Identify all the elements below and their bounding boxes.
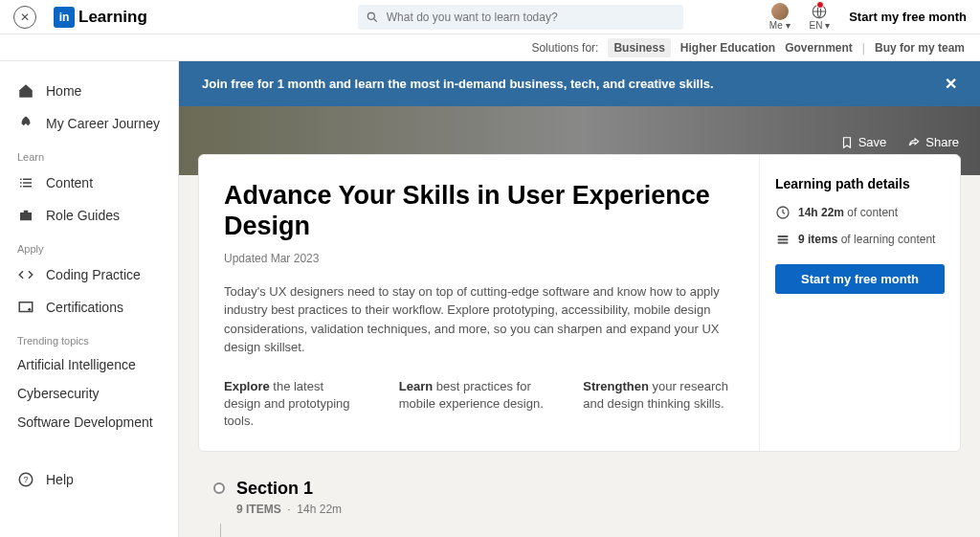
- solutions-business[interactable]: Business: [608, 38, 670, 57]
- sidebar-item-career[interactable]: My Career Journey: [0, 107, 178, 140]
- highlight-3: Strengthen your research and design thin…: [583, 378, 734, 431]
- duration-row: 14h 22m of content: [775, 205, 945, 220]
- sidebar-item-content[interactable]: Content: [0, 167, 178, 199]
- language-dropdown[interactable]: EN ▾: [810, 3, 831, 31]
- svg-rect-8: [778, 235, 789, 237]
- save-button[interactable]: Save: [840, 135, 887, 149]
- help-icon: ?: [17, 471, 34, 488]
- solutions-label: Solutions for:: [531, 41, 598, 55]
- sidebar-item-certifications[interactable]: Certifications: [0, 291, 178, 324]
- briefcase-icon: [17, 207, 34, 224]
- certificate-icon: [17, 299, 34, 316]
- page-title: Advance Your Skills in User Experience D…: [224, 180, 734, 242]
- list-icon: [17, 174, 34, 191]
- bookmark-icon: [840, 136, 854, 149]
- trending-cyber[interactable]: Cybersecurity: [0, 379, 178, 408]
- items-row: 9 items of learning content: [775, 232, 945, 247]
- code-icon: [17, 266, 34, 283]
- search-input-wrap[interactable]: [358, 5, 683, 30]
- search-input[interactable]: [387, 11, 676, 24]
- sidebar-item-role-guides[interactable]: Role Guides: [0, 199, 178, 232]
- learn-section-label: Learn: [0, 140, 178, 167]
- me-dropdown[interactable]: Me ▾: [769, 3, 791, 31]
- trending-software[interactable]: Software Development: [0, 408, 178, 436]
- share-icon: [907, 136, 921, 149]
- rocket-icon: [17, 115, 34, 132]
- close-button[interactable]: ✕: [13, 6, 36, 29]
- svg-rect-10: [778, 242, 789, 244]
- svg-line-1: [374, 18, 377, 21]
- avatar: [771, 3, 789, 20]
- trending-section-label: Trending topics: [0, 324, 178, 350]
- svg-text:?: ?: [23, 475, 28, 484]
- section-status-icon: [213, 482, 225, 494]
- solutions-higher-ed[interactable]: Higher Education: [680, 41, 775, 55]
- svg-rect-9: [778, 238, 789, 240]
- trending-ai[interactable]: Artificial Intelligence: [0, 350, 178, 379]
- home-icon: [17, 82, 34, 100]
- start-free-month-link[interactable]: Start my free month: [849, 10, 967, 24]
- promo-banner: Join free for 1 month and learn the most…: [179, 61, 980, 106]
- solutions-government[interactable]: Government: [785, 41, 853, 55]
- logo-text: Learning: [78, 8, 147, 27]
- sidebar-item-coding[interactable]: Coding Practice: [0, 258, 178, 291]
- search-icon: [366, 11, 379, 24]
- clock-icon: [775, 205, 791, 220]
- apply-section-label: Apply: [0, 232, 178, 258]
- details-heading: Learning path details: [775, 176, 945, 191]
- logo[interactable]: in Learning: [54, 7, 147, 28]
- page-description: Today's UX designers need to stay on top…: [224, 282, 734, 357]
- sidebar-item-home[interactable]: Home: [0, 75, 178, 107]
- section-meta: 9 ITEMS · 14h 22m: [236, 503, 342, 516]
- section-title: Section 1: [236, 479, 342, 499]
- start-free-month-button[interactable]: Start my free month: [775, 264, 945, 294]
- highlight-2: Learn best practices for mobile experien…: [399, 378, 546, 431]
- svg-point-0: [368, 12, 374, 19]
- stack-icon: [775, 232, 791, 247]
- linkedin-icon: in: [54, 7, 75, 28]
- updated-label: Updated Mar 2023: [224, 252, 734, 265]
- share-button[interactable]: Share: [907, 135, 959, 149]
- buy-for-team-link[interactable]: Buy for my team: [875, 41, 965, 55]
- banner-close-button[interactable]: ✕: [945, 75, 957, 93]
- svg-point-4: [28, 308, 31, 311]
- highlight-1: Explore the latest design and prototypin…: [224, 378, 361, 431]
- sidebar-item-help[interactable]: ? Help: [0, 463, 178, 496]
